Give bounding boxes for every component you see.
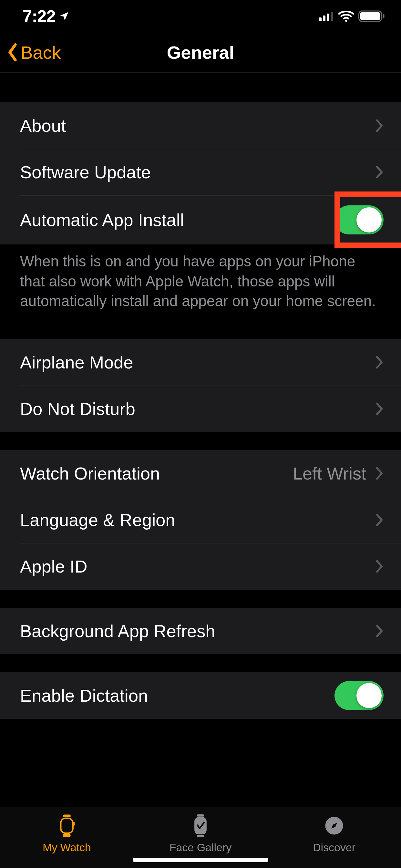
row-apple-id[interactable]: Apple ID xyxy=(0,543,401,590)
row-airplane-mode[interactable]: Airplane Mode xyxy=(0,339,401,385)
status-time: 7:22 xyxy=(23,6,56,26)
row-software-update[interactable]: Software Update xyxy=(0,149,401,195)
status-left: 7:22 xyxy=(23,6,70,26)
toggle-knob xyxy=(357,683,382,708)
page-title: General xyxy=(167,42,235,63)
chevron-right-icon xyxy=(375,513,383,527)
automatic-app-install-toggle[interactable] xyxy=(335,206,383,235)
spacer xyxy=(0,654,401,672)
chevron-right-icon xyxy=(375,559,383,574)
tab-label: My Watch xyxy=(42,841,91,854)
row-detail: Left Wrist xyxy=(293,463,366,484)
chevron-right-icon xyxy=(375,466,383,480)
svg-rect-0 xyxy=(319,18,321,21)
section-general-2: Airplane Mode Do Not Disturb xyxy=(0,339,401,432)
section-general-4: Background App Refresh xyxy=(0,608,401,654)
chevron-right-icon xyxy=(375,119,383,133)
row-label: Automatic App Install xyxy=(20,210,184,230)
chevron-left-icon xyxy=(6,43,19,62)
svg-rect-3 xyxy=(331,11,333,21)
spacer xyxy=(0,719,401,738)
compass-icon xyxy=(322,814,346,837)
tab-my-watch[interactable]: My Watch xyxy=(0,807,134,868)
watch-icon xyxy=(55,814,79,837)
spacer xyxy=(0,432,401,450)
row-label: Watch Orientation xyxy=(20,463,160,484)
cellular-icon xyxy=(319,11,334,21)
row-label: Software Update xyxy=(20,162,151,182)
status-bar: 7:22 xyxy=(0,0,401,32)
svg-point-4 xyxy=(345,20,347,22)
battery-icon xyxy=(359,10,385,22)
spacer xyxy=(0,73,401,102)
spacer xyxy=(0,321,401,339)
back-label: Back xyxy=(21,42,61,63)
row-background-app-refresh[interactable]: Background App Refresh xyxy=(0,608,401,654)
row-label: About xyxy=(20,116,66,135)
row-enable-dictation[interactable]: Enable Dictation xyxy=(0,672,401,719)
row-do-not-disturb[interactable]: Do Not Disturb xyxy=(0,385,401,432)
row-watch-orientation[interactable]: Watch Orientation Left Wrist xyxy=(0,450,401,497)
row-label: Language & Region xyxy=(20,510,175,530)
back-button[interactable]: Back xyxy=(6,42,61,63)
row-automatic-app-install[interactable]: Automatic App Install xyxy=(0,195,401,244)
svg-rect-2 xyxy=(327,13,329,21)
row-language-region[interactable]: Language & Region xyxy=(0,497,401,543)
row-label: Background App Refresh xyxy=(20,621,215,641)
svg-rect-9 xyxy=(63,814,70,817)
svg-rect-13 xyxy=(197,814,204,817)
toggle-knob xyxy=(357,207,382,232)
svg-rect-14 xyxy=(197,835,204,837)
enable-dictation-toggle[interactable] xyxy=(335,681,383,710)
svg-rect-12 xyxy=(194,817,207,834)
row-label: Airplane Mode xyxy=(20,352,133,372)
tab-bar: My Watch Face Gallery Discover xyxy=(0,807,401,868)
screen: 7:22 xyxy=(0,0,401,868)
svg-rect-6 xyxy=(360,12,380,20)
tab-label: Discover xyxy=(313,841,356,854)
chevron-right-icon xyxy=(375,165,383,179)
row-label: Do Not Disturb xyxy=(20,399,135,419)
wifi-icon xyxy=(338,10,354,22)
row-about[interactable]: About xyxy=(0,102,401,149)
tab-discover[interactable]: Discover xyxy=(267,807,401,868)
chevron-right-icon xyxy=(375,624,383,638)
tab-label: Face Gallery xyxy=(169,841,232,854)
section-general-3: Watch Orientation Left Wrist Language & … xyxy=(0,450,401,590)
chevron-right-icon xyxy=(375,355,383,369)
nav-bar: Back General xyxy=(0,32,401,73)
svg-rect-7 xyxy=(382,14,384,19)
svg-rect-11 xyxy=(73,822,75,826)
row-label: Apple ID xyxy=(20,556,88,577)
svg-rect-1 xyxy=(323,16,326,21)
home-indicator[interactable] xyxy=(133,858,268,862)
status-right xyxy=(319,10,385,22)
svg-rect-8 xyxy=(61,818,73,833)
spacer xyxy=(0,590,401,608)
section-general-5: Enable Dictation xyxy=(0,672,401,719)
svg-rect-10 xyxy=(63,834,70,837)
section-footer: When this is on and you have apps on you… xyxy=(0,244,401,321)
section-general-1: About Software Update Automatic App Inst… xyxy=(0,102,401,244)
location-arrow-icon xyxy=(59,11,70,22)
row-label: Enable Dictation xyxy=(20,686,148,706)
chevron-right-icon xyxy=(375,402,383,416)
face-gallery-icon xyxy=(189,814,212,837)
